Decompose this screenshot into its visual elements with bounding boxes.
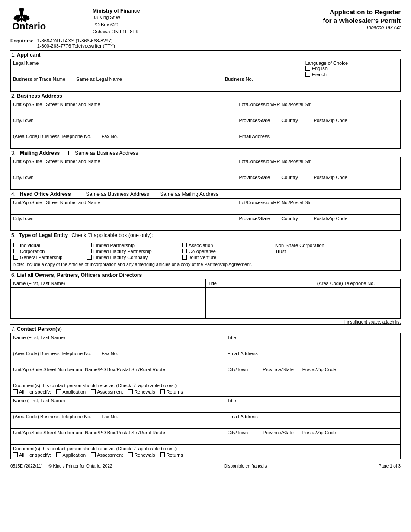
s4-same-mailing-label: Same as Mailing Address xyxy=(160,191,218,197)
p2-email-cell: Email Address xyxy=(225,412,400,428)
ho-lot-cell: Lot/Concession/RR No./Postal Stn xyxy=(237,198,400,214)
ministry-name: Ministry of Finance xyxy=(93,8,275,14)
entity-individual-label: Individual xyxy=(20,243,40,248)
same-as-legal-label: Same as Legal Name xyxy=(76,77,122,82)
p2-all-checkbox[interactable] xyxy=(13,452,18,457)
p1-all-checkbox[interactable] xyxy=(13,389,18,394)
p2-returns-group: Returns xyxy=(160,452,183,458)
english-checkbox[interactable] xyxy=(305,66,310,71)
p2-assessment-checkbox[interactable] xyxy=(91,452,96,457)
p2-all-label: All xyxy=(19,452,24,458)
address-line2: PO Box 620 xyxy=(93,22,118,27)
svg-point-3 xyxy=(20,13,23,16)
entity-note: Note: Include a copy of the Articles of … xyxy=(13,262,398,267)
entity-individual-checkbox[interactable] xyxy=(13,243,18,247)
sec6-r1-title xyxy=(206,287,315,298)
p1-renewals-checkbox[interactable] xyxy=(128,389,133,394)
p1-returns-checkbox[interactable] xyxy=(160,389,165,394)
entity-corp-checkbox[interactable] xyxy=(13,249,18,253)
s3-same-business-checkbox[interactable] xyxy=(68,151,73,155)
p2-all-group: All xyxy=(13,452,24,458)
entity-general-partnership: General Partnership xyxy=(13,255,87,260)
entity-trust-label: Trust xyxy=(275,249,286,254)
bus-country-label: Country xyxy=(281,118,298,123)
p2-returns-checkbox[interactable] xyxy=(160,452,165,457)
entity-lp-checkbox[interactable] xyxy=(87,243,92,247)
p2-fax-label: Fax No. xyxy=(101,414,118,419)
s3-title: Mailing Address xyxy=(20,150,60,156)
p1-cpp-row: City/Town Province/State Postal/Zip Code xyxy=(228,367,398,372)
p2-address-cell: Unit/Apt/Suite Street Number and Name/PO… xyxy=(11,428,225,444)
title-area: Application to Register for a Wholesaler… xyxy=(275,8,401,30)
mailing-address-table: Unit/Apt/Suite Street Number and Name Lo… xyxy=(10,157,401,189)
entity-llp-checkbox[interactable] xyxy=(87,249,92,253)
section7-header: 7. Contact Person(s) xyxy=(10,324,401,333)
legal-name-label: Legal Name xyxy=(13,61,301,66)
entity-llp-label: Limited Liability Partnership xyxy=(93,249,152,254)
ho-lot-label: Lot/Concession/RR No./Postal Stn xyxy=(239,200,312,205)
p1-email-label: Email Address xyxy=(228,351,258,356)
p1-docs-row: Document(s) this contact person should r… xyxy=(10,381,401,396)
p2-application-checkbox[interactable] xyxy=(56,452,61,457)
bus-tel-fax-cell: (Area Code) Business Telephone No. Fax N… xyxy=(11,132,237,148)
section2-header: 2. Business Address xyxy=(10,91,401,100)
entity-nsc-checkbox[interactable] xyxy=(269,243,273,247)
sec6-row2 xyxy=(11,298,401,308)
p2-renewals-checkbox[interactable] xyxy=(128,452,133,457)
s2-number: 2. xyxy=(11,93,16,99)
p1-address-cell: Unit/Apt/Suite Street Number and Name/PO… xyxy=(11,365,225,381)
ontario-logo: Ontario xyxy=(10,8,67,32)
p2-tel-label: (Area Code) Business Telephone No. xyxy=(13,414,91,419)
bus-province-label: Province/State xyxy=(239,118,270,123)
s3-checkbox-group: Same as Business Address xyxy=(68,150,138,156)
p1-returns-group: Returns xyxy=(160,389,183,394)
p2-tel-fax-cell: (Area Code) Business Telephone No. Fax N… xyxy=(11,412,225,428)
entity-jv-checkbox[interactable] xyxy=(182,255,187,260)
sec6-r2-title xyxy=(206,298,315,308)
entity-gp-checkbox[interactable] xyxy=(13,255,18,260)
entity-assoc-checkbox[interactable] xyxy=(182,243,187,247)
bus-postal-label: Postal/Zip Code xyxy=(314,118,347,123)
mail-unit-label: Unit/Apt/Suite xyxy=(13,159,42,164)
ho-country-label: Country xyxy=(281,216,298,221)
p1-email-cell: Email Address xyxy=(225,349,400,365)
section5-header: 5. Type of Legal Entity Check ☑ applicab… xyxy=(10,231,401,239)
entity-cooperative: Co-operative xyxy=(182,249,269,254)
mail-country-label: Country xyxy=(281,175,298,180)
entity-llc-checkbox[interactable] xyxy=(87,255,92,260)
p1-renewals-group: Renewals xyxy=(128,389,155,394)
ho-unit-label: Unit/Apt/Suite xyxy=(13,200,42,205)
p1-assessment-checkbox[interactable] xyxy=(91,389,96,394)
enquiries-phones: 1-866-ONT-TAXS (1-866-668-8297) 1-800-26… xyxy=(37,38,115,48)
same-as-legal-checkbox[interactable] xyxy=(70,77,74,81)
p1-all-label: All xyxy=(19,389,24,394)
french-checkbox[interactable] xyxy=(305,72,310,77)
section3-header: 3. Mailing Address Same as Business Addr… xyxy=(10,148,401,157)
p1-province-label: Province/State xyxy=(263,367,294,372)
legal-name-cell: Legal Name xyxy=(11,59,303,75)
p1-renewals-label: Renewals xyxy=(134,389,155,394)
sec7-person1-table: Name (First, Last Name) Title (Area Code… xyxy=(10,333,401,381)
p1-application-checkbox[interactable] xyxy=(56,389,61,394)
enquiries-row: Enquiries: 1-866-ONT-TAXS (1-866-668-829… xyxy=(10,38,401,48)
english-row: English xyxy=(305,66,398,71)
s4-same-mailing-checkbox[interactable] xyxy=(154,192,158,196)
same-legal-checkbox-group: Same as Legal Name xyxy=(70,77,122,82)
entity-coop-checkbox[interactable] xyxy=(182,249,187,253)
entity-llc: Limited Liability Company xyxy=(87,255,182,260)
ho-pcz-row: Province/State Country Postal/Zip Code xyxy=(239,216,398,221)
business-no-value xyxy=(257,77,301,82)
entity-llc-label: Limited Liability Company xyxy=(93,255,148,260)
bus-city-label: City/Town xyxy=(13,118,34,123)
mail-province-country-postal-cell: Province/State Country Postal/Zip Code xyxy=(237,173,400,189)
business-name-value xyxy=(13,82,301,90)
s6-number: 6. xyxy=(11,272,16,278)
entity-association: Association xyxy=(182,243,269,248)
s5-number: 5. xyxy=(11,232,16,238)
entity-corporation: Corporation xyxy=(13,249,87,254)
s4-same-business-checkbox[interactable] xyxy=(80,192,84,196)
bus-lot-cell: Lot/Concession/RR No./Postal Stn xyxy=(237,100,400,116)
english-label: English xyxy=(312,66,328,71)
ho-province-label: Province/State xyxy=(239,216,270,221)
entity-trust-checkbox[interactable] xyxy=(269,249,273,253)
